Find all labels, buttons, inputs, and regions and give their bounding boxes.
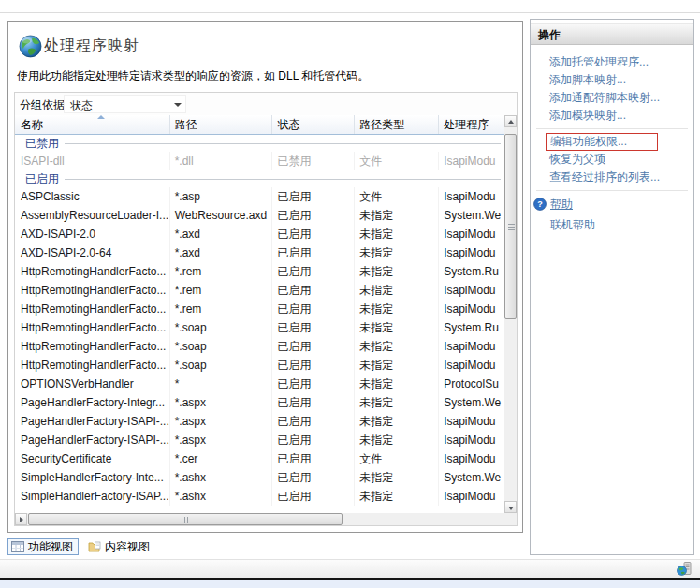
scroll-up-button[interactable] bbox=[504, 115, 517, 127]
action-link[interactable]: 恢复为父项 bbox=[531, 151, 693, 169]
table-row[interactable]: HttpRemotingHandlerFacto...*.rem已启用未指定Is… bbox=[15, 300, 504, 318]
table-row[interactable]: PageHandlerFactory-Integr...*.aspx已启用未指定… bbox=[15, 393, 504, 412]
table-row[interactable]: HttpRemotingHandlerFacto...*.soap已启用未指定I… bbox=[15, 356, 504, 375]
action-link[interactable]: 添加通配符脚本映射... bbox=[531, 89, 693, 107]
cell-path_type: 未指定 bbox=[355, 375, 439, 393]
scroll-right-button[interactable] bbox=[15, 513, 27, 525]
server-globe-icon bbox=[677, 561, 693, 577]
cell-path: *.aspx bbox=[170, 412, 273, 431]
help-link[interactable]: 帮助 bbox=[550, 197, 573, 213]
cell-path: *.ashx bbox=[170, 487, 273, 506]
cell-handler: IsapiModu bbox=[439, 225, 504, 243]
content-view-icon bbox=[88, 541, 101, 552]
table-row[interactable]: SimpleHandlerFactory-Inte...*.ashx已启用未指定… bbox=[15, 468, 504, 487]
column-header[interactable]: 路径 bbox=[170, 115, 273, 134]
help-icon: ? bbox=[533, 198, 547, 211]
cell-path_type: 未指定 bbox=[355, 431, 439, 449]
cell-handler: System.We bbox=[439, 206, 504, 225]
cell-state: 已启用 bbox=[272, 412, 355, 431]
cell-path_type: 未指定 bbox=[355, 468, 439, 487]
cell-path: *.soap bbox=[170, 356, 273, 375]
table-row[interactable]: SimpleHandlerFactory-ISAP...*.ashx已启用未指定… bbox=[15, 487, 504, 506]
triangle-down-icon bbox=[508, 507, 514, 510]
table-row[interactable]: ISAPI-dll*.dll已禁用文件IsapiModu bbox=[15, 152, 504, 170]
vertical-scroll-thumb[interactable] bbox=[504, 134, 517, 319]
vertical-scrollbar[interactable] bbox=[504, 115, 517, 513]
cell-state: 已启用 bbox=[272, 281, 355, 300]
table-row[interactable]: AXD-ISAPI-2.0*.axd已启用未指定IsapiModu bbox=[15, 225, 504, 243]
group-divider-line bbox=[65, 143, 501, 144]
cell-state: 已启用 bbox=[272, 468, 355, 487]
action-link[interactable]: 查看经过排序的列表... bbox=[531, 169, 693, 186]
cell-path: *.cer bbox=[170, 449, 273, 468]
group-by-dropdown[interactable]: 状态 bbox=[64, 95, 186, 113]
group-divider-line bbox=[65, 179, 501, 180]
column-header[interactable]: 名称 bbox=[15, 115, 170, 134]
cell-path: *.soap bbox=[170, 337, 273, 356]
table-row[interactable]: PageHandlerFactory-ISAPI-...*.aspx已启用未指定… bbox=[15, 412, 504, 431]
cell-name: SecurityCertificate bbox=[15, 449, 170, 468]
cell-name: PageHandlerFactory-ISAPI-... bbox=[15, 431, 170, 449]
column-header[interactable]: 路径类型 bbox=[355, 115, 439, 134]
cell-path_type: 文件 bbox=[355, 449, 439, 468]
cell-path_type: 未指定 bbox=[355, 243, 439, 262]
action-link[interactable]: 添加脚本映射... bbox=[531, 71, 693, 89]
cell-name: HttpRemotingHandlerFacto... bbox=[15, 356, 170, 375]
cell-state: 已启用 bbox=[272, 300, 355, 318]
column-header[interactable]: 状态 bbox=[272, 115, 355, 134]
cell-state: 已启用 bbox=[272, 356, 355, 375]
table-row[interactable]: ASPClassic*.asp已启用文件IsapiModu bbox=[15, 187, 504, 206]
cell-path_type: 未指定 bbox=[355, 412, 439, 431]
cell-name: AssemblyResourceLoader-I... bbox=[15, 206, 170, 225]
sort-ascending-icon bbox=[97, 115, 105, 119]
horizontal-scrollbar[interactable] bbox=[15, 513, 504, 525]
cell-path: * bbox=[170, 375, 273, 393]
list-toolbar: 分组依据: 状态 bbox=[15, 93, 517, 115]
view-tabs: 功能视图 内容视图 bbox=[7, 538, 161, 556]
table-row[interactable]: AssemblyResourceLoader-I...WebResource.a… bbox=[15, 206, 504, 225]
cell-handler: System.We bbox=[439, 468, 504, 487]
action-link[interactable]: 添加模块映射... bbox=[531, 107, 693, 125]
cell-path: *.aspx bbox=[170, 431, 273, 449]
cell-handler: System.We bbox=[439, 393, 504, 412]
actions-header: 操作 bbox=[531, 23, 693, 45]
cell-state: 已启用 bbox=[272, 487, 355, 506]
cell-name: PageHandlerFactory-Integr... bbox=[15, 393, 170, 412]
table-row[interactable]: PageHandlerFactory-ISAPI-...*.aspx已启用未指定… bbox=[15, 431, 504, 449]
horizontal-scroll-thumb[interactable] bbox=[28, 513, 343, 525]
table-header-row: 名称路径状态路径类型处理程序 bbox=[15, 115, 504, 135]
group-header-row: 已启用 bbox=[15, 170, 504, 187]
cell-path_type: 未指定 bbox=[355, 262, 439, 281]
triangle-right-icon bbox=[20, 517, 23, 522]
tab-features-view[interactable]: 功能视图 bbox=[7, 538, 79, 555]
page-title: 处理程序映射 bbox=[44, 37, 139, 56]
scroll-down-button[interactable] bbox=[504, 501, 517, 513]
table-row[interactable]: OPTIONSVerbHandler*已启用未指定ProtocolSu bbox=[15, 375, 504, 393]
cell-name: PageHandlerFactory-ISAPI-... bbox=[15, 412, 170, 431]
group-by-value: 状态 bbox=[70, 98, 93, 114]
table-row[interactable]: HttpRemotingHandlerFacto...*.rem已启用未指定Sy… bbox=[15, 262, 504, 281]
cell-state: 已禁用 bbox=[272, 152, 355, 170]
triangle-up-icon bbox=[508, 120, 514, 124]
column-header[interactable]: 处理程序 bbox=[439, 115, 504, 134]
cell-handler: ProtocolSu bbox=[439, 375, 504, 393]
help-link[interactable]: 联机帮助 bbox=[550, 217, 595, 233]
table-row[interactable]: SecurityCertificate*.cer已启用文件IsapiModu bbox=[15, 449, 504, 468]
table-row[interactable]: HttpRemotingHandlerFacto...*.soap已启用未指定I… bbox=[15, 337, 504, 356]
action-link[interactable]: 编辑功能权限... bbox=[547, 134, 657, 150]
features-view-icon bbox=[11, 541, 24, 552]
cell-name: HttpRemotingHandlerFacto... bbox=[15, 262, 170, 281]
table-row[interactable]: HttpRemotingHandlerFacto...*.rem已启用未指定Is… bbox=[15, 281, 504, 300]
cell-state: 已启用 bbox=[272, 375, 355, 393]
action-link[interactable]: 添加托管处理程序... bbox=[531, 53, 693, 71]
cell-handler: IsapiModu bbox=[439, 187, 504, 206]
tab-content-view[interactable]: 内容视图 bbox=[85, 538, 154, 555]
table-row[interactable]: AXD-ISAPI-2.0-64*.axd已启用未指定IsapiModu bbox=[15, 243, 504, 262]
cell-path_type: 未指定 bbox=[355, 318, 439, 337]
table-row[interactable]: HttpRemotingHandlerFacto...*.soap已启用未指定S… bbox=[15, 318, 504, 337]
cell-state: 已启用 bbox=[272, 243, 355, 262]
cell-handler: System.Ru bbox=[439, 262, 504, 281]
handler-list: 分组依据: 状态 名称路径状态路径类型处理程序 已禁用ISAPI-dll*.dl… bbox=[14, 92, 518, 526]
cell-handler: System.Ru bbox=[439, 318, 504, 337]
cell-state: 已启用 bbox=[272, 431, 355, 449]
